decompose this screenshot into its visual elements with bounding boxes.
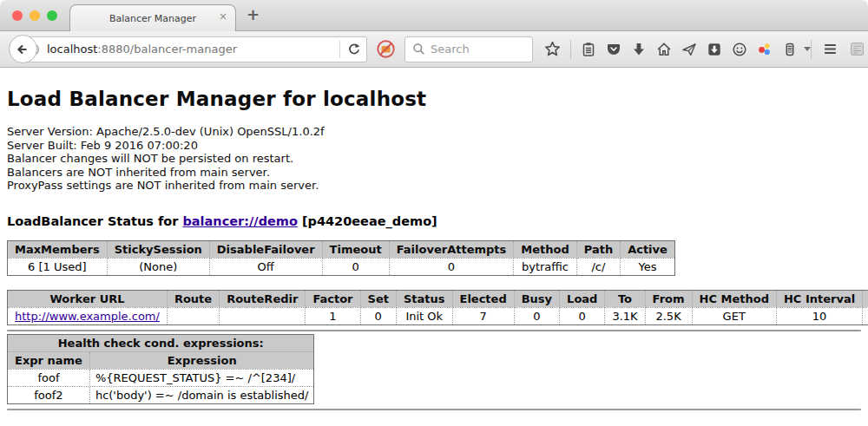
toolbar-buttons — [544, 40, 811, 59]
new-tab-button[interactable]: + — [247, 5, 260, 23]
table-cell: hc('body') =~ /domain is established/ — [89, 386, 314, 403]
table-title: Health check cond. expressions: — [8, 334, 314, 351]
tab-bar: Balancer Manager × + — [0, 0, 868, 31]
table-cell — [167, 307, 219, 324]
overflow-caret-icon[interactable] — [804, 47, 811, 51]
column-header: Elected — [452, 290, 514, 307]
balancer-demo-link[interactable]: balancer://demo — [182, 214, 298, 228]
table-cell: 0 — [389, 258, 514, 275]
url-host: localhost — [47, 43, 97, 56]
table-cell: foof2 — [8, 386, 90, 403]
loadbalancer-status-heading: LoadBalancer Status for balancer://demo … — [7, 214, 861, 228]
search-icon — [412, 43, 425, 56]
balancers-notice-line: Balancers are NOT inherited from main se… — [7, 166, 861, 180]
bookmark-star-icon[interactable] — [544, 41, 561, 57]
table-cell: 10 — [776, 307, 862, 324]
column-header: From — [645, 290, 692, 307]
column-header: Set — [360, 290, 396, 307]
close-window-button[interactable] — [12, 10, 23, 21]
table-cell: (None) — [107, 258, 209, 275]
column-header: RouteRedir — [220, 290, 306, 307]
column-header: Path — [576, 240, 620, 258]
send-icon[interactable] — [681, 42, 697, 57]
column-header: Load — [560, 290, 605, 307]
table-header-row: Worker URLRouteRouteRedirFactorSetStatus… — [8, 290, 868, 307]
feedback-smiley-icon[interactable] — [732, 42, 747, 57]
table-cell: 0 — [322, 258, 389, 275]
flash-blocked-icon — [376, 39, 396, 59]
column-header: MaxMembers — [8, 240, 108, 258]
page-content: Load Balancer Manager for localhost Serv… — [0, 68, 868, 426]
battery-extension-icon[interactable] — [782, 42, 798, 57]
column-header: Route — [167, 290, 219, 307]
table-cell: 7 — [452, 307, 514, 324]
column-header: HC Interval — [776, 290, 862, 307]
search-input[interactable] — [431, 43, 525, 56]
column-header: Status — [396, 290, 452, 307]
section-divider — [7, 330, 861, 331]
video-download-icon[interactable] — [707, 42, 722, 57]
column-header: Worker URL — [8, 290, 168, 307]
table-header-row: MaxMembersStickySessionDisableFailoverTi… — [8, 240, 675, 258]
balancer-settings-table: MaxMembersStickySessionDisableFailoverTi… — [7, 240, 675, 276]
table-cell: 1 — [306, 307, 360, 324]
page-title: Load Balancer Manager for localhost — [7, 68, 861, 110]
colored-dots-icon[interactable] — [757, 42, 773, 57]
column-header: To — [605, 290, 645, 307]
column-header: HC Method — [692, 290, 776, 307]
url-bar[interactable]: localhost:8880/balancer-manager — [18, 36, 367, 62]
urlbar-divider — [339, 41, 340, 58]
column-header: Method — [514, 240, 576, 258]
persist-notice-line: Balancer changes will NOT be persisted o… — [7, 152, 861, 166]
home-icon[interactable] — [656, 42, 672, 57]
worker-status-table: Worker URLRouteRouteRedirFactorSetStatus… — [7, 290, 868, 325]
table-cell: 0 — [360, 307, 396, 324]
health-check-expressions-table: Health check cond. expressions:Expr name… — [7, 334, 314, 404]
column-header: FailoverAttempts — [389, 240, 514, 258]
window-controls — [12, 10, 57, 21]
table-cell[interactable]: http://www.example.com/ — [8, 307, 168, 324]
clipboard-icon[interactable] — [581, 42, 596, 57]
server-info: Server Version: Apache/2.5.0-dev (Unix) … — [7, 125, 861, 193]
column-header: Active — [621, 240, 675, 258]
table-cell: 6 [1 Used] — [8, 258, 108, 275]
table-cell: %{REQUEST_STATUS} =~ /^[234]/ — [89, 369, 314, 386]
table-cell: foof — [8, 369, 90, 386]
status-prefix: LoadBalancer Status for — [7, 214, 178, 228]
browser-tab[interactable]: Balancer Manager × — [69, 4, 236, 31]
url-path: :8880/balancer-manager — [97, 43, 237, 56]
minimize-window-button[interactable] — [30, 10, 40, 21]
download-icon[interactable] — [631, 42, 647, 57]
search-bar[interactable] — [404, 36, 533, 62]
plugin-blocked-button[interactable] — [376, 39, 396, 59]
column-header: DisableFailover — [209, 240, 322, 258]
table-cell: Init Ok — [396, 307, 452, 324]
footer-divider — [7, 409, 861, 410]
navigation-toolbar: localhost:8880/balancer-manager — [0, 31, 868, 68]
toolbar-separator — [570, 40, 571, 59]
browser-window: Balancer Manager × + localhost:8880/bala… — [0, 0, 868, 426]
table-row: 6 [1 Used](None)Off00bytraffic/c/Yes — [8, 258, 675, 275]
pocket-icon[interactable] — [606, 42, 621, 57]
worker-url-link[interactable]: http://www.example.com/ — [15, 310, 160, 323]
zoom-window-button[interactable] — [47, 10, 57, 21]
back-button[interactable] — [9, 35, 37, 63]
column-header: Factor — [306, 290, 360, 307]
url-text[interactable]: localhost:8880/balancer-manager — [47, 43, 237, 56]
close-tab-icon[interactable]: × — [219, 11, 227, 22]
table-cell: 3.1K — [605, 307, 645, 324]
tab-groups-icon[interactable] — [849, 41, 865, 57]
menu-hamburger-icon[interactable] — [822, 41, 838, 57]
server-built-line: Server Built: Feb 9 2016 07:00:20 — [7, 139, 861, 153]
column-header: Timeout — [322, 240, 389, 258]
column-header: StickySession — [107, 240, 209, 258]
table-cell: bytraffic — [514, 258, 576, 275]
table-row: http://www.example.com/10Init Ok7003.1K2… — [8, 307, 868, 324]
table-cell: /c/ — [576, 258, 620, 275]
table-row: foof2hc('body') =~ /domain is establishe… — [8, 386, 314, 403]
back-arrow-icon — [16, 42, 31, 57]
server-version-line: Server Version: Apache/2.5.0-dev (Unix) … — [7, 125, 861, 139]
table-cell: GET — [692, 307, 776, 324]
column-header: Busy — [514, 290, 559, 307]
reload-icon[interactable] — [346, 42, 361, 56]
